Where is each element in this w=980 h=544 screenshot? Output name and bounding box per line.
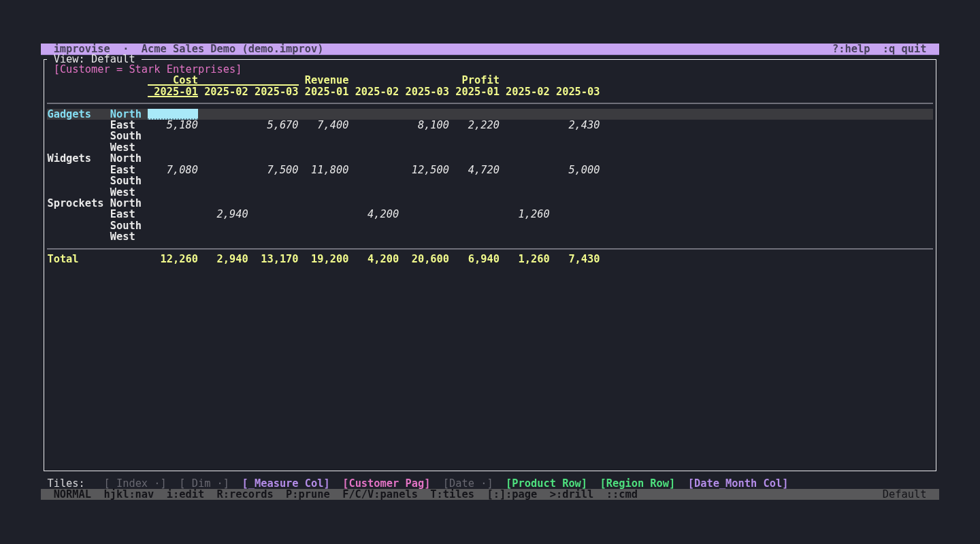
cursor-cell[interactable]	[148, 109, 198, 120]
header-separator	[47, 103, 932, 104]
status-hint: T:tiles	[430, 489, 474, 500]
row-label-region[interactable]: East	[110, 120, 135, 131]
total-cell: 13,170	[248, 254, 299, 265]
row-label-region[interactable]: West	[110, 142, 135, 153]
row-label-region[interactable]: North	[110, 198, 142, 209]
pivot-row: South	[0, 131, 980, 141]
pivot-cell[interactable]: 8,100	[399, 120, 449, 131]
column-month-header[interactable]: 2025-02	[500, 86, 550, 97]
column-group-profit[interactable]: Profit	[449, 75, 500, 86]
tile-4[interactable]: [Date ·]	[443, 478, 493, 489]
tiles-row: Tiles: [_Index ·] [_Dim ·] [_Measure Col…	[0, 478, 980, 489]
total-cell: 20,600	[399, 254, 449, 265]
pivot-row: West	[0, 187, 980, 198]
tiles-label: Tiles:	[47, 478, 84, 489]
pivot-row: South	[0, 220, 980, 231]
status-hint: i:edit	[167, 489, 204, 500]
pivot-cell[interactable]: 7,080	[148, 165, 198, 175]
filter-row: [Customer = Stark Enterprises]	[0, 64, 980, 75]
pivot-cell[interactable]: 11,800	[299, 165, 349, 175]
status-hint: ::cmd	[606, 489, 638, 500]
tile-6[interactable]: [Region Row]	[600, 478, 676, 489]
total-label: Total	[47, 254, 78, 265]
row-label-region[interactable]: East	[110, 165, 135, 175]
column-month-header[interactable]: 2025-03	[399, 86, 449, 97]
tile-1[interactable]: [_Dim ·]	[179, 478, 229, 489]
status-mode: NORMAL	[54, 489, 91, 500]
pivot-cell[interactable]: 5,000	[550, 165, 600, 175]
column-group-revenue[interactable]: Revenue	[299, 75, 349, 86]
pivot-row: Gadgets North	[0, 109, 980, 120]
row-label-product[interactable]: Widgets	[47, 153, 91, 164]
tile-2[interactable]: [_Measure Col]	[242, 478, 330, 489]
row-label-region[interactable]: North	[110, 153, 142, 164]
pivot-row: Sprockets North	[0, 198, 980, 209]
status-hint: hjkl:nav	[103, 489, 154, 500]
pivot-cell[interactable]: 12,500	[399, 165, 449, 175]
pivot-cell[interactable]: 5,180	[148, 120, 198, 131]
column-month-header[interactable]: 2025-01	[449, 86, 500, 97]
status-view-name: Default	[883, 489, 927, 500]
row-label-region[interactable]: East	[110, 209, 135, 220]
row-label-region[interactable]: West	[110, 187, 135, 198]
pivot-cell[interactable]: 2,940	[198, 209, 248, 220]
column-month-header[interactable]: 2025-03	[550, 86, 600, 97]
column-month-header[interactable]: 2025-03	[248, 86, 299, 97]
pivot-row: East 7,080 7,500 11,800 12,500 4,720 5,0…	[0, 165, 980, 175]
pivot-row: East 2,940 4,200 1,260	[0, 209, 980, 220]
total-row: Total 12,260 2,940 13,170 19,200 4,200 2…	[0, 254, 980, 265]
pivot-row: South	[0, 175, 980, 186]
row-label-region[interactable]: North	[110, 109, 142, 120]
column-month-header[interactable]: 2025-02	[348, 86, 399, 97]
total-cell: 1,260	[500, 254, 550, 265]
improvise-terminal: improvise · Acme Sales Demo (demo.improv…	[0, 0, 980, 544]
total-cell: 6,940	[449, 254, 500, 265]
row-label-region[interactable]: South	[110, 131, 142, 141]
tile-5[interactable]: [Product Row]	[506, 478, 587, 489]
row-label-product[interactable]: Sprockets	[47, 198, 103, 209]
status-hint: [:]:page	[487, 489, 537, 500]
pivot-cell[interactable]: 2,430	[550, 120, 600, 131]
column-month-header[interactable]: 2025-02	[198, 86, 248, 97]
tile-3[interactable]: [Customer Pag]	[342, 478, 430, 489]
status-hint: P:prune	[286, 489, 330, 500]
row-label-product[interactable]: Gadgets	[47, 109, 91, 120]
measure-header-row: Cost Revenue Profit	[0, 75, 980, 86]
total-separator	[47, 248, 932, 250]
pivot-row: Widgets North	[0, 153, 980, 164]
pivot-cell[interactable]: 5,670	[248, 120, 299, 131]
row-label-region[interactable]: South	[110, 175, 142, 186]
pivot-cell[interactable]: 1,260	[500, 209, 550, 220]
pivot-cell[interactable]: 4,200	[348, 209, 399, 220]
tile-0[interactable]: [_Index ·]	[103, 478, 166, 489]
total-cell: 2,940	[198, 254, 248, 265]
pivot-cell[interactable]: 2,220	[449, 120, 500, 131]
month-header-row: 2025-01 2025-02 2025-03 2025-01 2025-02 …	[0, 86, 980, 97]
pivot-row: East 5,180 5,670 7,400 8,100 2,220 2,430	[0, 120, 980, 131]
row-label-region[interactable]: West	[110, 231, 135, 242]
pivot-row: West	[0, 142, 980, 153]
total-cell: 4,200	[348, 254, 399, 265]
status-hint: F/C/V:panels	[342, 489, 418, 500]
tile-7[interactable]: [Date_Month Col]	[688, 478, 789, 489]
row-label-region[interactable]: South	[110, 220, 142, 231]
total-cell: 7,430	[550, 254, 600, 265]
status-hint: R:records	[217, 489, 274, 500]
total-cell: 19,200	[299, 254, 349, 265]
pivot-cell[interactable]: 4,720	[449, 165, 500, 175]
pivot-cell[interactable]: 7,400	[299, 120, 349, 131]
total-cell: 12,260	[148, 254, 198, 265]
column-month-header[interactable]: 2025-01	[299, 86, 349, 97]
filter-chip[interactable]: [Customer = Stark Enterprises]	[54, 64, 242, 75]
statusbar: NORMAL hjkl:nav i:edit R:records P:prune…	[41, 489, 939, 500]
pivot-cell[interactable]: 7,500	[248, 165, 299, 175]
pivot-row: West	[0, 231, 980, 242]
status-hint: >:drill	[550, 489, 594, 500]
selected-column-underline	[148, 96, 198, 97]
